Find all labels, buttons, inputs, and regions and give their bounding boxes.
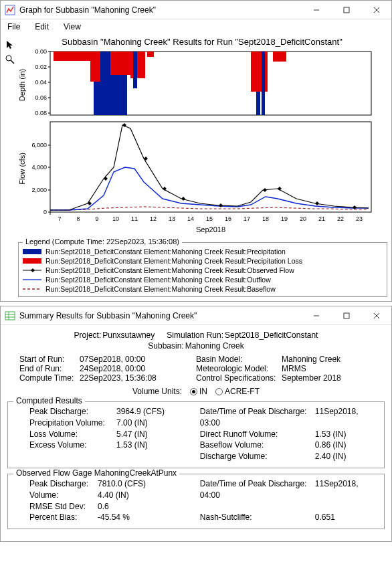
svg-text:18: 18 <box>262 215 269 222</box>
svg-rect-24 <box>147 52 154 57</box>
start-label: Start of Run: <box>19 355 80 364</box>
svg-text:0.04: 0.04 <box>35 79 47 86</box>
legend-title: Legend (Compute Time: 22Sep2023, 15:36:0… <box>23 238 182 246</box>
maximize-button[interactable] <box>331 306 361 325</box>
met-value: MRMS <box>282 364 373 373</box>
radio-acreft[interactable]: ACRE-FT <box>215 387 260 396</box>
observed-results: Observed Flow Gage MahoningCreekAtPunx P… <box>7 474 385 529</box>
hydrograph-chart[interactable]: 0.00 0.02 0.04 0.06 0.08 <box>17 48 378 235</box>
computed-results: Computed Results Peak Discharge:3964.9 (… <box>7 401 385 468</box>
radio-icon <box>215 388 223 395</box>
svg-rect-18 <box>54 52 90 61</box>
maximize-button[interactable] <box>331 1 361 19</box>
svg-text:17: 17 <box>243 215 250 222</box>
svg-rect-22 <box>130 52 145 78</box>
legend-item: Run:Sept2018_DeficitConstant Element:Mah… <box>23 284 383 294</box>
nash-label: Nash-Sutcliffe: <box>200 512 315 523</box>
menu-view[interactable]: View <box>61 21 84 33</box>
close-button[interactable] <box>361 306 391 325</box>
volume-units-label: Volume Units: <box>132 387 182 396</box>
basin-label: Basin Model: <box>196 355 282 364</box>
summary-window: Summary Results for Subbasin "Mahoning C… <box>0 306 392 542</box>
svg-text:0.06: 0.06 <box>35 94 47 101</box>
svg-rect-28 <box>273 52 286 62</box>
window-title: Summary Results for Subbasin "Mahoning C… <box>19 311 301 320</box>
precip-vol-value: 7.00 (IN) <box>116 418 148 428</box>
svg-text:0.08: 0.08 <box>35 110 47 116</box>
nash-value: 0.651 <box>315 512 335 522</box>
titlebar[interactable]: Graph for Subbasin "Mahoning Creek" <box>1 1 391 19</box>
svg-text:19: 19 <box>281 215 288 222</box>
peak-discharge-label: Peak Discharge: <box>29 406 116 417</box>
precip-vol-label: Precipitation Volume: <box>29 417 116 429</box>
radio-in[interactable]: IN <box>190 387 207 396</box>
loss-vol-value: 5.47 (IN) <box>116 430 148 439</box>
obs-peak-label: Peak Discharge: <box>29 478 98 490</box>
obs-vol-label: Volume: <box>29 490 98 501</box>
svg-text:9: 9 <box>95 215 98 222</box>
svg-text:20: 20 <box>300 215 306 222</box>
svg-rect-56 <box>23 249 41 254</box>
obs-peak-dt-label: Date/Time of Peak Discharge: <box>200 478 315 490</box>
svg-rect-20 <box>90 52 100 82</box>
svg-text:21: 21 <box>318 215 325 222</box>
radio-acreft-label: ACRE-FT <box>225 387 260 396</box>
peak-dt-label: Date/Time of Peak Discharge: <box>200 406 315 417</box>
svg-text:22: 22 <box>337 215 344 222</box>
svg-line-6 <box>11 60 14 64</box>
end-value: 24Sep2018, 00:00 <box>80 364 196 373</box>
observed-legend: Observed Flow Gage MahoningCreekAtPunx <box>13 468 179 478</box>
app-icon <box>5 5 15 15</box>
svg-text:11: 11 <box>131 215 138 222</box>
pct-bias-value: -45.54 % <box>98 512 130 522</box>
svg-point-5 <box>6 56 11 61</box>
chart-title: Subbasin "Mahoning Creek" Results for Ru… <box>17 37 387 47</box>
svg-text:23: 23 <box>356 215 363 222</box>
svg-text:8: 8 <box>76 215 80 222</box>
svg-text:15: 15 <box>206 215 213 222</box>
volume-units: Volume Units: IN ACRE-FT <box>7 387 385 396</box>
minimize-button[interactable] <box>301 306 331 325</box>
computed-legend: Computed Results <box>13 396 85 405</box>
svg-rect-27 <box>262 52 265 115</box>
svg-rect-26 <box>251 52 268 92</box>
svg-rect-21 <box>110 52 130 75</box>
compute-label: Compute Time: <box>19 373 80 383</box>
met-label: Meteorologic Model: <box>196 364 282 373</box>
radio-in-label: IN <box>199 387 207 396</box>
discharge-vol-label: Discharge Volume: <box>200 451 315 462</box>
svg-rect-29 <box>50 122 371 212</box>
pointer-tool-icon[interactable] <box>5 39 15 50</box>
legend-item: Run:Sept2018_DeficitConstant Element:Mah… <box>23 275 383 284</box>
direct-runoff-value: 1.53 (IN) <box>315 430 347 439</box>
svg-text:12: 12 <box>150 215 157 222</box>
discharge-vol-value: 2.40 (IN) <box>315 452 347 461</box>
legend-label: Run:Sept2018_DeficitConstant Element:Mah… <box>45 257 302 265</box>
excess-vol-value: 1.53 (IN) <box>116 440 148 450</box>
menu-edit[interactable]: Edit <box>32 21 52 33</box>
titlebar[interactable]: Summary Results for Subbasin "Mahoning C… <box>1 306 391 325</box>
depth-axis-label: Depth (in) <box>18 69 26 101</box>
legend-item: Run:Sept2018_DeficitConstant Element:Mah… <box>23 256 383 266</box>
legend-label: Run:Sept2018_DeficitConstant Element:Mah… <box>45 266 294 274</box>
obs-peak-value: 7810.0 (CFS) <box>98 479 146 488</box>
legend-item: Run:Sept2018_DeficitConstant Element:Mah… <box>23 266 383 275</box>
rmse-value: 0.6 <box>98 502 109 511</box>
zoom-tool-icon[interactable] <box>5 54 15 65</box>
legend-label: Run:Sept2018_DeficitConstant Element:Mah… <box>45 285 276 293</box>
close-button[interactable] <box>361 1 391 19</box>
project-label: Project: <box>74 331 102 340</box>
menu-file[interactable]: File <box>5 21 23 33</box>
excess-vol-label: Excess Volume: <box>29 440 116 451</box>
simrun-label: Simulation Run: <box>167 331 223 340</box>
start-value: 07Sep2018, 00:00 <box>80 355 196 364</box>
svg-text:13: 13 <box>169 215 175 222</box>
minimize-button[interactable] <box>301 1 331 19</box>
legend-label: Run:Sept2018_DeficitConstant Element:Mah… <box>45 276 271 284</box>
svg-text:4,000: 4,000 <box>31 164 47 171</box>
pct-bias-label: Percent Bias: <box>29 512 98 523</box>
basin-value: Mahoning Creek <box>282 355 373 364</box>
svg-text:10: 10 <box>112 215 119 222</box>
menubar: File Edit View <box>1 19 391 34</box>
subbasin-label: Subbasin: <box>148 341 183 351</box>
